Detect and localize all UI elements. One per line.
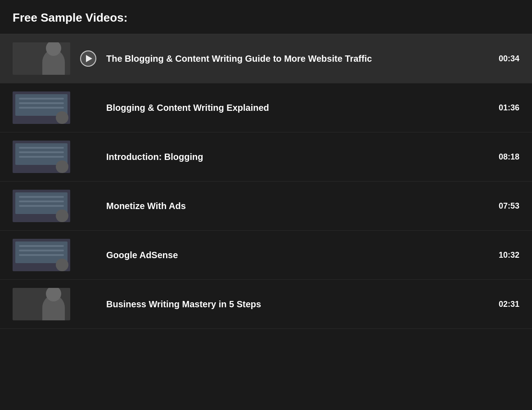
page-header: Free Sample Videos:: [0, 0, 532, 34]
video-info: Blogging & Content Writing Explained: [106, 102, 492, 114]
video-list: The Blogging & Content Writing Guide to …: [0, 34, 532, 329]
video-thumbnail: [13, 91, 70, 124]
video-title: Blogging & Content Writing Explained: [106, 103, 269, 113]
video-item[interactable]: Business Writing Mastery in 5 Steps02:31: [0, 280, 532, 329]
video-title: Monetize With Ads: [106, 201, 186, 211]
video-title: Business Writing Mastery in 5 Steps: [106, 299, 261, 309]
video-info: Business Writing Mastery in 5 Steps: [106, 298, 492, 310]
video-item[interactable]: Google AdSense10:32: [0, 231, 532, 280]
play-button[interactable]: [77, 50, 99, 67]
video-thumbnail: [13, 190, 70, 222]
page-title: Free Sample Videos:: [13, 11, 519, 25]
video-item[interactable]: Introduction: Blogging08:18: [0, 132, 532, 182]
video-info: Monetize With Ads: [106, 200, 492, 212]
video-duration: 08:18: [492, 152, 519, 162]
video-title: Introduction: Blogging: [106, 152, 203, 162]
video-duration: 10:32: [492, 251, 519, 260]
video-title: The Blogging & Content Writing Guide to …: [106, 54, 372, 64]
video-duration: 00:34: [492, 54, 519, 64]
video-duration: 01:36: [492, 103, 519, 113]
video-duration: 02:31: [492, 300, 519, 309]
play-icon: [86, 55, 92, 62]
video-item[interactable]: The Blogging & Content Writing Guide to …: [0, 34, 532, 83]
video-thumbnail: [13, 288, 70, 320]
video-thumbnail: [13, 239, 70, 271]
video-duration: 07:53: [492, 201, 519, 211]
video-info: Introduction: Blogging: [106, 151, 492, 163]
video-thumbnail: [13, 42, 70, 75]
page-container: Free Sample Videos: The Blogging & Conte…: [0, 0, 532, 329]
video-item[interactable]: Blogging & Content Writing Explained01:3…: [0, 83, 532, 132]
video-item[interactable]: Monetize With Ads07:53: [0, 182, 532, 231]
video-title: Google AdSense: [106, 250, 178, 260]
video-thumbnail: [13, 141, 70, 173]
video-info: The Blogging & Content Writing Guide to …: [106, 53, 492, 64]
video-info: Google AdSense: [106, 249, 492, 261]
